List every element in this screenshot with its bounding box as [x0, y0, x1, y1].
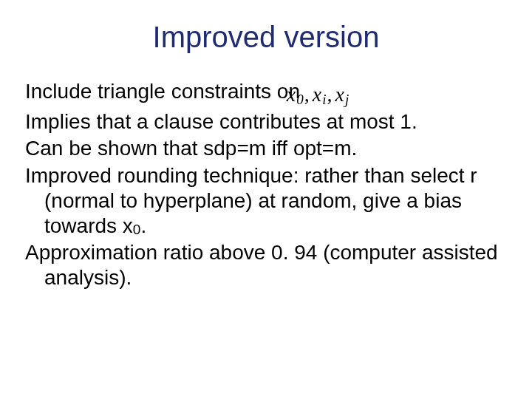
text-rounding-post: . [140, 214, 146, 237]
math-xj-var: x [335, 83, 344, 106]
sub-x0: 0 [133, 222, 141, 237]
line-rounding: Improved rounding technique: rather than… [25, 163, 507, 239]
line-triangle-constraints: Include triangle constraints on x0,xi,xj [25, 79, 507, 108]
math-x0-var: x [287, 83, 296, 106]
line-approx-ratio: Approximation ratio above 0. 94 (compute… [25, 240, 507, 290]
line-sdp-opt: Can be shown that sdp=m iff opt=m. [25, 136, 507, 161]
math-x0-sub: 0 [296, 92, 304, 107]
text-rounding-main: Improved rounding technique: rather than… [25, 164, 477, 237]
math-xi-var: x [313, 83, 321, 106]
slide-title: Improved version [25, 21, 507, 54]
line-implies: Implies that a clause contributes at mos… [25, 109, 507, 134]
math-comma-2: , [327, 83, 332, 106]
text-include: Include triangle constraints on [25, 80, 306, 103]
slide: Improved version Include triangle constr… [0, 0, 532, 399]
math-comma-1: , [304, 83, 310, 106]
math-xj-sub: j [345, 92, 349, 107]
math-xi-sub: i [322, 92, 326, 107]
math-inline: x0,xi,xj [306, 82, 349, 108]
slide-body: Include triangle constraints on x0,xi,xj… [25, 79, 507, 290]
